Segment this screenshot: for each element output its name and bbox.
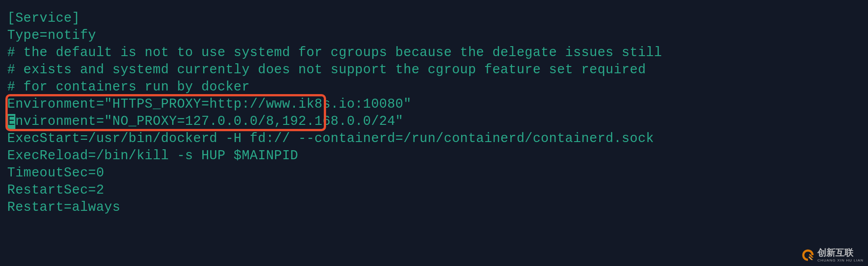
watermark-text-zh: 创新互联 — [817, 248, 854, 257]
config-line: Type=notify — [7, 27, 861, 44]
terminal-cursor: E — [7, 114, 15, 129]
watermark: 创新互联 CHUANG XIN HU LIAN — [801, 248, 863, 262]
config-line: # the default is not to use systemd for … — [7, 44, 861, 62]
config-line: Restart=always — [7, 199, 861, 216]
config-line: ExecReload=/bin/kill -s HUP $MAINPID — [7, 147, 861, 165]
config-line: Environment="NO_PROXY=127.0.0.0/8,192.16… — [7, 113, 861, 130]
config-line: [Service] — [7, 10, 861, 27]
terminal-output[interactable]: [Service]Type=notify# the default is not… — [0, 0, 868, 266]
config-line: RestartSec=2 — [7, 182, 861, 199]
config-line: Environment="HTTPS_PROXY=http://www.ik8s… — [7, 96, 861, 113]
watermark-logo-icon — [801, 248, 815, 262]
config-line: # for containers run by docker — [7, 79, 861, 96]
config-line: # exists and systemd currently does not … — [7, 62, 861, 79]
watermark-text-en: CHUANG XIN HU LIAN — [817, 259, 863, 262]
config-line: TimeoutSec=0 — [7, 165, 861, 182]
config-line: ExecStart=/usr/bin/dockerd -H fd:// --co… — [7, 130, 861, 147]
